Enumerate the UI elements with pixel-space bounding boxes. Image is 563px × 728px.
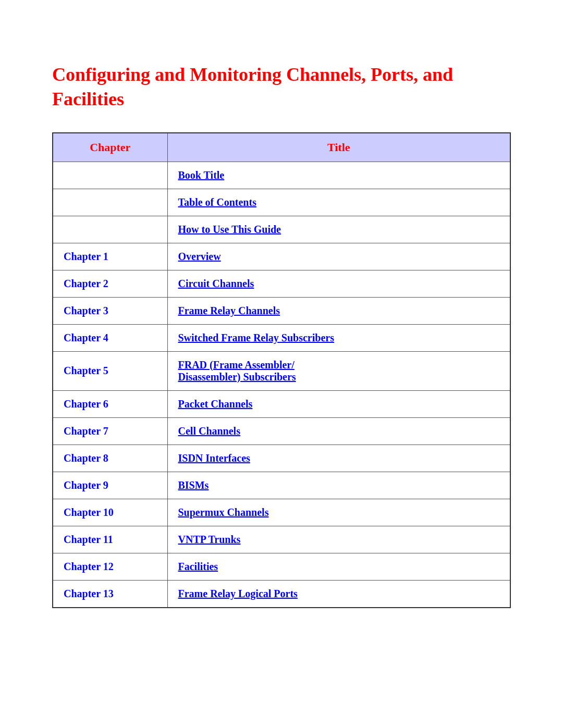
title-link[interactable]: Packet Channels: [178, 398, 253, 410]
table-row: Chapter 10Supermux Channels: [53, 499, 510, 526]
title-cell[interactable]: Overview: [167, 243, 510, 270]
table-row: Chapter 5FRAD (Frame Assembler/Disassemb…: [53, 351, 510, 390]
title-link[interactable]: Table of Contents: [178, 196, 256, 208]
chapter-cell: [53, 189, 167, 216]
title-cell[interactable]: Circuit Channels: [167, 270, 510, 297]
title-link[interactable]: Circuit Channels: [178, 278, 254, 289]
title-cell[interactable]: Frame Relay Logical Ports: [167, 580, 510, 608]
chapter-cell: Chapter 9: [53, 472, 167, 499]
chapter-cell: Chapter 12: [53, 553, 167, 580]
table-row: Chapter 4Switched Frame Relay Subscriber…: [53, 324, 510, 351]
chapter-cell: Chapter 2: [53, 270, 167, 297]
chapter-cell: [53, 162, 167, 189]
table-row: Chapter 9BISMs: [53, 472, 510, 499]
chapter-cell: [53, 216, 167, 243]
chapter-cell: Chapter 3: [53, 297, 167, 324]
title-cell[interactable]: Switched Frame Relay Subscribers: [167, 324, 510, 351]
title-cell[interactable]: Supermux Channels: [167, 499, 510, 526]
table-row: Chapter 6Packet Channels: [53, 390, 510, 417]
table-row: Chapter 1Overview: [53, 243, 510, 270]
chapter-cell: Chapter 7: [53, 417, 167, 445]
title-link[interactable]: BISMs: [178, 479, 209, 491]
title-cell[interactable]: Frame Relay Channels: [167, 297, 510, 324]
title-link[interactable]: Frame Relay Logical Ports: [178, 588, 298, 599]
chapter-col-header: Chapter: [53, 133, 167, 162]
title-cell[interactable]: How to Use This Guide: [167, 216, 510, 243]
title-cell[interactable]: Book Title: [167, 162, 510, 189]
table-row: Chapter 13Frame Relay Logical Ports: [53, 580, 510, 608]
title-link[interactable]: Supermux Channels: [178, 507, 269, 518]
table-row: Chapter 3Frame Relay Channels: [53, 297, 510, 324]
page-title: Configuring and Monitoring Channels, Por…: [52, 63, 511, 112]
chapter-cell: Chapter 6: [53, 390, 167, 417]
title-cell[interactable]: BISMs: [167, 472, 510, 499]
chapter-cell: Chapter 4: [53, 324, 167, 351]
chapter-cell: Chapter 10: [53, 499, 167, 526]
table-row: Chapter 11VNTP Trunks: [53, 526, 510, 553]
table-header-row: Chapter Title: [53, 133, 510, 162]
title-cell[interactable]: Table of Contents: [167, 189, 510, 216]
chapter-cell: Chapter 1: [53, 243, 167, 270]
title-cell[interactable]: VNTP Trunks: [167, 526, 510, 553]
title-link[interactable]: Switched Frame Relay Subscribers: [178, 332, 334, 343]
title-link[interactable]: Facilities: [178, 561, 218, 572]
title-cell[interactable]: Packet Channels: [167, 390, 510, 417]
title-link[interactable]: Frame Relay Channels: [178, 305, 280, 316]
title-col-header: Title: [167, 133, 510, 162]
toc-table: Chapter Title Book TitleTable of Content…: [52, 132, 511, 608]
title-link[interactable]: ISDN Interfaces: [178, 452, 250, 464]
table-row: Chapter 2Circuit Channels: [53, 270, 510, 297]
title-link[interactable]: FRAD (Frame Assembler/Disassembler) Subs…: [178, 359, 296, 382]
title-link[interactable]: How to Use This Guide: [178, 224, 281, 235]
title-link[interactable]: Overview: [178, 251, 221, 262]
title-cell[interactable]: Facilities: [167, 553, 510, 580]
table-row: Table of Contents: [53, 189, 510, 216]
title-cell[interactable]: Cell Channels: [167, 417, 510, 445]
table-row: Chapter 7Cell Channels: [53, 417, 510, 445]
title-link[interactable]: Book Title: [178, 169, 225, 181]
chapter-cell: Chapter 5: [53, 351, 167, 390]
title-cell[interactable]: FRAD (Frame Assembler/Disassembler) Subs…: [167, 351, 510, 390]
table-row: Chapter 12Facilities: [53, 553, 510, 580]
title-cell[interactable]: ISDN Interfaces: [167, 445, 510, 472]
title-link[interactable]: VNTP Trunks: [178, 534, 241, 545]
table-row: Book Title: [53, 162, 510, 189]
table-row: Chapter 8ISDN Interfaces: [53, 445, 510, 472]
chapter-cell: Chapter 11: [53, 526, 167, 553]
chapter-cell: Chapter 13: [53, 580, 167, 608]
title-link[interactable]: Cell Channels: [178, 425, 240, 437]
chapter-cell: Chapter 8: [53, 445, 167, 472]
table-row: How to Use This Guide: [53, 216, 510, 243]
